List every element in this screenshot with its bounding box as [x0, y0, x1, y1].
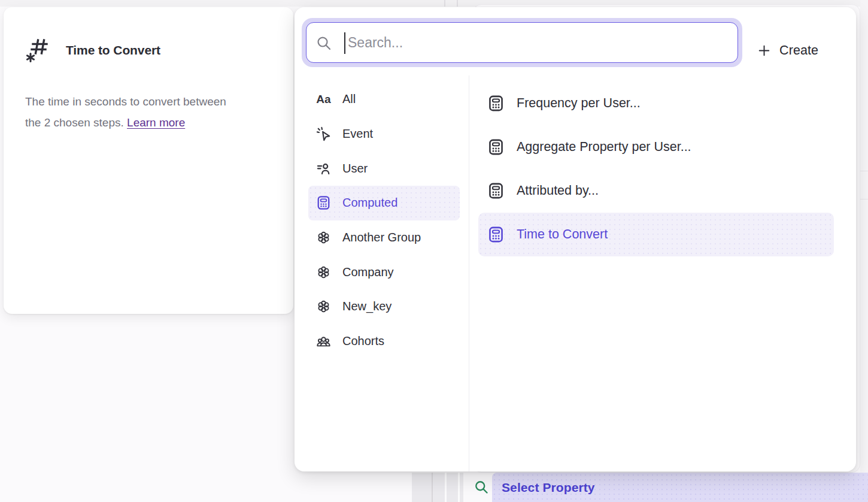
- result-label: Attributed by...: [517, 183, 599, 198]
- group-icon: [315, 298, 332, 314]
- tooltip-title: Time to Convert: [66, 43, 160, 58]
- tooltip-description: The time in seconds to convert between t…: [25, 91, 271, 133]
- tooltip-description-line1: The time in seconds to convert between: [25, 95, 226, 108]
- background-table-cells: [412, 473, 463, 502]
- category-item-event[interactable]: Event: [308, 117, 460, 152]
- search-field: [306, 22, 738, 63]
- plus-icon: [757, 43, 772, 58]
- property-tooltip-card: Time to Convert The time in seconds to c…: [4, 7, 293, 314]
- create-button[interactable]: Create: [753, 31, 822, 69]
- category-item-all[interactable]: Aa All: [308, 82, 460, 117]
- search-focus-ring: [302, 18, 742, 67]
- calculator-icon: [487, 225, 505, 244]
- category-label: Event: [342, 127, 373, 141]
- category-item-computed[interactable]: Computed: [308, 186, 460, 220]
- category-label: Another Group: [342, 231, 421, 244]
- result-label: Time to Convert: [517, 227, 608, 242]
- result-item-aggregate-property-per-user[interactable]: Aggregate Property per User...: [478, 125, 834, 169]
- category-item-cohorts[interactable]: Cohorts: [308, 324, 460, 359]
- select-property-button[interactable]: Select Property: [492, 473, 868, 502]
- calculator-icon: [315, 195, 332, 211]
- result-label: Frequency per User...: [517, 96, 641, 111]
- calculator-icon: [487, 94, 505, 113]
- hash-star-icon: [25, 35, 51, 63]
- category-list: Aa All Event: [308, 82, 460, 359]
- calculator-icon: [487, 182, 505, 200]
- screen: Select Property Time to Convert The time…: [0, 0, 868, 502]
- result-item-frequency-per-user[interactable]: Frequency per User...: [478, 81, 834, 125]
- background-divider: [457, 0, 458, 7]
- column-divider: [469, 75, 469, 471]
- category-label: All: [342, 92, 356, 106]
- property-picker-dropdown: Create Aa All Event: [295, 7, 856, 471]
- search-icon: [474, 479, 490, 495]
- category-item-another-group[interactable]: Another Group: [308, 220, 460, 255]
- calculator-icon: [487, 138, 505, 156]
- user-list-icon: [315, 161, 332, 177]
- cohorts-icon: [315, 333, 332, 349]
- group-icon: [315, 229, 332, 246]
- text-aa-icon: Aa: [315, 91, 332, 107]
- category-label: Company: [342, 265, 394, 279]
- select-property-label: Select Property: [502, 480, 595, 495]
- category-item-new-key[interactable]: New_key: [308, 289, 460, 324]
- learn-more-link[interactable]: Learn more: [127, 116, 185, 129]
- background-right-strip: [860, 0, 868, 502]
- group-icon: [315, 264, 332, 280]
- result-item-attributed-by[interactable]: Attributed by...: [478, 169, 834, 213]
- cursor-click-icon: [315, 126, 332, 142]
- category-label: Cohorts: [342, 334, 384, 348]
- result-label: Aggregate Property per User...: [517, 140, 691, 155]
- result-item-time-to-convert[interactable]: Time to Convert: [478, 213, 834, 256]
- create-button-label: Create: [779, 43, 818, 58]
- search-input[interactable]: [306, 23, 738, 62]
- category-item-company[interactable]: Company: [308, 255, 460, 289]
- category-label: User: [342, 162, 368, 176]
- category-item-user[interactable]: User: [308, 151, 460, 186]
- background-divider: [444, 0, 445, 7]
- tooltip-description-line2: the 2 chosen steps.: [25, 116, 124, 129]
- category-label: Computed: [342, 196, 397, 210]
- property-result-list: Frequency per User... Aggregate Property…: [478, 81, 834, 256]
- category-label: New_key: [342, 300, 391, 313]
